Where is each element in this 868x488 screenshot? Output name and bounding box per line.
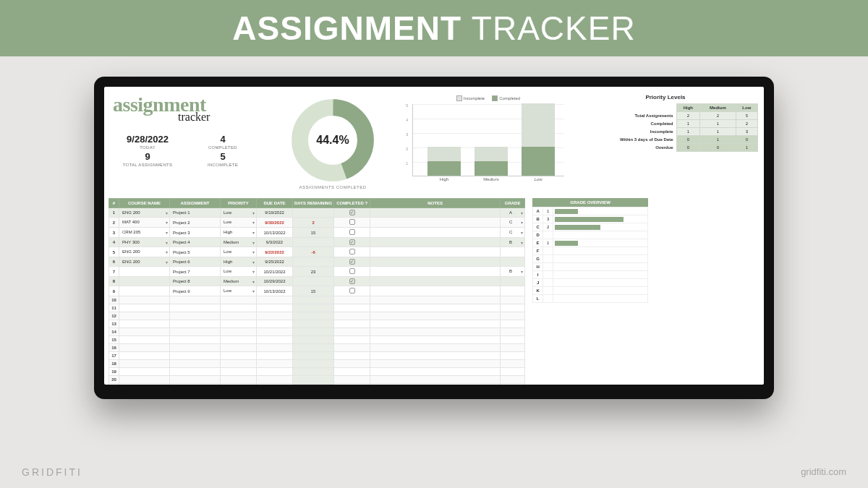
dropdown-icon[interactable]: ▾ (252, 288, 255, 294)
overview-row: C2 (533, 223, 648, 231)
table-row[interactable]: 5ENG 200▾Project 5Low▾9/22/2022-6 (109, 247, 525, 257)
table-row[interactable]: 11 (109, 304, 525, 312)
table-row[interactable]: 17 (109, 352, 525, 360)
dropdown-icon[interactable]: ▾ (521, 210, 523, 215)
checkbox-icon[interactable] (349, 268, 355, 274)
overview-row: H (533, 263, 648, 271)
table-row[interactable]: 8Project 8Medium▾10/29/2022✓ (109, 277, 525, 286)
grade-bar (555, 217, 624, 222)
banner-thin: TRACKER (472, 9, 636, 47)
checkbox-icon[interactable] (349, 249, 355, 254)
bar-chart: Incomplete Completed 12345HighMediumLow (405, 91, 571, 195)
barplot: 12345HighMediumLow (412, 104, 564, 176)
summary-stats: 9/28/2022 TODAY 4 COMPLETED 9 TOTAL ASSI… (113, 134, 258, 167)
stat-today: 9/28/2022 TODAY (113, 134, 182, 150)
monitor-bezel: assignment tracker 9/28/2022 TODAY 4 COM… (94, 77, 774, 399)
col-header[interactable]: DAYS REMAINING (293, 199, 334, 208)
table-row[interactable]: 21 (109, 384, 525, 385)
dropdown-icon[interactable]: ▾ (166, 220, 168, 225)
table-row[interactable]: 16 (109, 344, 525, 352)
dropdown-icon[interactable]: ▾ (252, 230, 255, 235)
dropdown-icon[interactable]: ▾ (521, 230, 523, 235)
priority-table: HighMediumLowTotal Assignments225Complet… (573, 103, 758, 152)
checkbox-icon[interactable] (349, 219, 355, 225)
page-footer: GRIDFITI gridfiti.com (0, 455, 868, 488)
col-header[interactable]: ASSIGNMENT (170, 199, 221, 208)
main-area: #COURSE NAMEASSIGNMENTPRIORITYDUE DATEDA… (104, 195, 764, 385)
overview-title: GRADE OVERVIEW (532, 198, 648, 207)
dropdown-icon[interactable]: ▾ (521, 269, 523, 274)
dropdown-icon[interactable]: ▾ (166, 240, 168, 245)
legend-completed: Completed (492, 95, 520, 101)
dropdown-icon[interactable]: ▾ (252, 220, 255, 225)
table-row[interactable]: 7Project 7Low▾10/21/202223B▾ (109, 267, 525, 277)
donut-percent: 44.4% (289, 97, 376, 184)
grade-bar (555, 225, 600, 230)
col-header[interactable]: DUE DATE (257, 199, 293, 208)
col-header[interactable]: COURSE NAME (119, 199, 170, 208)
table-row[interactable]: 2MAT 400▾Project 2Low▾9/30/20222C▾ (109, 218, 525, 228)
dropdown-icon[interactable]: ▾ (166, 230, 168, 235)
grade-overview: GRADE OVERVIEW A1B3C2DE1FGHIJKL (532, 198, 648, 303)
dropdown-icon[interactable]: ▾ (521, 240, 523, 245)
stat-incomplete: 5 INCOMPLETE (188, 151, 258, 167)
table-row[interactable]: 14 (109, 328, 525, 336)
grade-bar (555, 241, 578, 246)
dropdown-icon[interactable]: ▾ (252, 240, 255, 245)
dropdown-icon[interactable]: ▾ (252, 249, 255, 254)
dashboard-top: assignment tracker 9/28/2022 TODAY 4 COM… (104, 87, 764, 195)
checkbox-icon[interactable]: ✓ (349, 278, 355, 284)
table-row[interactable]: 15 (109, 336, 525, 344)
overview-row: L (533, 295, 648, 303)
bar-legend: Incomplete Completed (456, 95, 520, 101)
checkbox-icon[interactable] (349, 229, 355, 235)
donut-caption: ASSIGNMENTS COMPLETED (299, 185, 366, 189)
table-row[interactable]: 10 (109, 296, 525, 304)
overview-row: A1 (533, 207, 648, 215)
assignments-table[interactable]: #COURSE NAMEASSIGNMENTPRIORITYDUE DATEDA… (109, 198, 525, 385)
footer-brand: GRIDFITI (22, 466, 82, 478)
dropdown-icon[interactable]: ▾ (252, 210, 255, 215)
checkbox-icon[interactable]: ✓ (349, 239, 355, 245)
logo-script: tracker (178, 111, 258, 124)
dropdown-icon[interactable]: ▾ (252, 279, 255, 284)
table-row[interactable]: 18 (109, 360, 525, 368)
col-header[interactable]: # (109, 199, 119, 208)
footer-url: gridfiti.com (801, 466, 846, 477)
col-header[interactable]: COMPLETED ? (334, 199, 370, 208)
dropdown-icon[interactable]: ▾ (521, 220, 523, 225)
dropdown-icon[interactable]: ▾ (252, 269, 255, 274)
monitor: assignment tracker 9/28/2022 TODAY 4 COM… (94, 77, 774, 399)
bar-group (427, 147, 461, 176)
bar-group (475, 147, 508, 176)
stat-total: 9 TOTAL ASSIGNMENTS (113, 151, 182, 167)
dropdown-icon[interactable]: ▾ (166, 210, 168, 215)
table-row[interactable]: 4PHY 300▾Project 4Medium▾9/3/2022✓B▾ (109, 238, 525, 247)
legend-incomplete: Incomplete (456, 95, 485, 101)
banner-bold: ASSIGNMENT (232, 9, 461, 47)
stat-completed: 4 COMPLETED (188, 134, 258, 150)
logo-and-stats: assignment tracker 9/28/2022 TODAY 4 COM… (109, 91, 260, 195)
col-header[interactable]: GRADE (501, 199, 525, 208)
checkbox-icon[interactable] (349, 288, 355, 294)
dropdown-icon[interactable]: ▾ (166, 249, 168, 254)
col-header[interactable]: NOTES (370, 199, 501, 208)
checkbox-icon[interactable]: ✓ (349, 210, 355, 215)
checkbox-icon[interactable]: ✓ (349, 259, 355, 265)
table-row[interactable]: 13 (109, 320, 525, 328)
priority-title: Priority Levels (573, 94, 758, 100)
table-row[interactable]: 9Project 9Low▾10/13/202215 (109, 286, 525, 296)
dropdown-icon[interactable]: ▾ (252, 260, 255, 265)
table-row[interactable]: 19 (109, 368, 525, 376)
table-row[interactable]: 6ENG 200▾Project 6High▾9/25/2022✓ (109, 257, 525, 267)
table-row[interactable]: 1ENG 200▾Project 1Low▾9/19/2022✓A▾ (109, 208, 525, 218)
overview-row: I (533, 271, 648, 279)
table-row[interactable]: 20 (109, 376, 525, 384)
table-row[interactable]: 12 (109, 312, 525, 320)
table-row[interactable]: 3CRM 205▾Project 3High▾10/13/202215C▾ (109, 228, 525, 238)
col-header[interactable]: PRIORITY (221, 199, 257, 208)
overview-row: B3 (533, 215, 648, 223)
dropdown-icon[interactable]: ▾ (166, 260, 168, 265)
overview-row: E1 (533, 239, 648, 247)
overview-row: F (533, 247, 648, 255)
